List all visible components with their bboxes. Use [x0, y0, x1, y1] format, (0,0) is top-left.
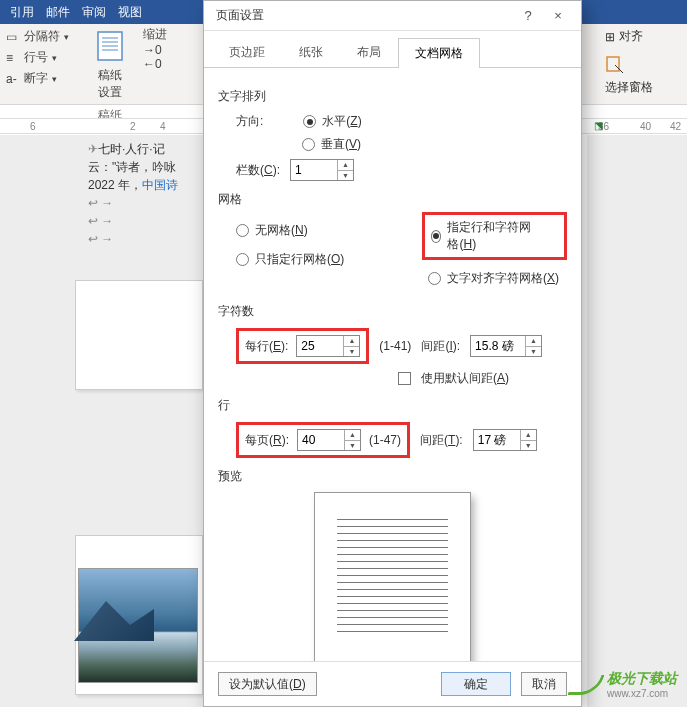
tab-layout[interactable]: 布局 — [340, 37, 398, 67]
per-page-input[interactable] — [298, 430, 344, 450]
radio-align-chars[interactable]: 文字对齐字符网格(X) — [428, 270, 559, 287]
char-pitch-spinner[interactable]: ▲▼ — [470, 335, 542, 357]
page-corner — [75, 280, 203, 390]
tab-mailings[interactable]: 邮件 — [46, 4, 70, 21]
tab-document-grid[interactable]: 文档网格 — [398, 38, 480, 68]
radio-icon — [302, 138, 315, 151]
hyphenation-button[interactable]: a-断字▾ — [6, 68, 76, 89]
ribbon-indent-group: 缩进 →0 ←0 — [143, 26, 193, 71]
ok-button[interactable]: 确定 — [441, 672, 511, 696]
columns-spinner[interactable]: ▲▼ — [290, 159, 354, 181]
dialog-footer: 设为默认值(D) 确定 取消 — [204, 661, 581, 706]
manuscript-label-2[interactable]: 设置 — [80, 84, 140, 101]
tab-margins[interactable]: 页边距 — [212, 37, 282, 67]
select-pane-button[interactable]: 选择窗格 — [605, 79, 685, 96]
direction-label: 方向: — [236, 113, 263, 130]
radio-no-grid[interactable]: 无网格(N) — [236, 222, 308, 239]
breaks-button[interactable]: ▭分隔符▾ — [6, 26, 76, 47]
char-pitch-label: 间距(I): — [421, 338, 460, 355]
manuscript-label-1[interactable]: 稿纸 — [80, 67, 140, 84]
preview-thumbnail — [315, 493, 470, 661]
page-setup-dialog: 页面设置 ? × 页边距 纸张 布局 文档网格 文字排列 方向: 水平(Z) 垂… — [203, 0, 582, 707]
doc-link[interactable]: 中国诗 — [142, 178, 178, 192]
radio-lines-and-chars[interactable]: 指定行和字符网格(H) — [431, 219, 534, 253]
ribbon-arrange-group: ⊞对齐 选择窗格 — [605, 26, 685, 96]
per-line-spinner[interactable]: ▲▼ — [296, 335, 360, 357]
manuscript-icon[interactable] — [92, 28, 128, 64]
cancel-button[interactable]: 取消 — [521, 672, 567, 696]
columns-input[interactable] — [291, 160, 337, 180]
select-pane-icon[interactable] — [605, 55, 625, 75]
ribbon-page-group: ▭分隔符▾ ≡行号▾ a-断字▾ — [6, 26, 76, 89]
section-lines: 行 — [218, 397, 567, 414]
spin-up-icon[interactable]: ▲ — [345, 430, 360, 441]
doc-line-2: 云："诗者，吟咏 — [88, 158, 208, 176]
hyphen-icon: a- — [6, 72, 20, 86]
align-icon: ⊞ — [605, 30, 615, 44]
tab-view[interactable]: 视图 — [118, 4, 142, 21]
section-chars: 字符数 — [218, 303, 567, 320]
align-button[interactable]: ⊞对齐 — [605, 26, 685, 47]
dialog-body: 文字排列 方向: 水平(Z) 垂直(V) 栏数(C): ▲▼ 网格 无网格(N)… — [204, 68, 581, 661]
breaks-icon: ▭ — [6, 30, 20, 44]
spin-down-icon[interactable]: ▼ — [345, 441, 360, 451]
dialog-title: 页面设置 — [216, 7, 513, 24]
help-button[interactable]: ? — [513, 8, 543, 23]
section-grid: 网格 — [218, 191, 567, 208]
line-pitch-input[interactable] — [474, 430, 520, 450]
line-pitch-spinner[interactable]: ▲▼ — [473, 429, 537, 451]
doc-line-1: 七时·人行·记 — [98, 142, 165, 156]
section-preview: 预览 — [218, 468, 567, 485]
fly-icon: ✈ — [88, 142, 98, 156]
para-mark-1: ↩ → — [88, 194, 208, 212]
radio-lines-only[interactable]: 只指定行网格(O) — [236, 251, 344, 268]
indent-label: 缩进 — [143, 26, 193, 43]
dialog-tabs: 页边距 纸张 布局 文档网格 — [204, 31, 581, 68]
spin-down-icon[interactable]: ▼ — [521, 441, 536, 451]
para-mark-2: ↩ → — [88, 212, 208, 230]
line-numbers-button[interactable]: ≡行号▾ — [6, 47, 76, 68]
tab-review[interactable]: 审阅 — [82, 4, 106, 21]
radio-icon — [428, 272, 441, 285]
document-image[interactable] — [78, 568, 198, 683]
doc-line-3a: 2022 年， — [88, 178, 142, 192]
default-pitch-label: 使用默认间距(A) — [421, 370, 509, 387]
radio-vertical[interactable]: 垂直(V) — [302, 136, 361, 153]
document-text[interactable]: ✈七时·人行·记 云："诗者，吟咏 2022 年，中国诗 ↩ → ↩ → ↩ → — [88, 140, 208, 248]
tab-paper[interactable]: 纸张 — [282, 37, 340, 67]
linenum-icon: ≡ — [6, 51, 20, 65]
per-line-input[interactable] — [297, 336, 343, 356]
radio-icon — [303, 115, 316, 128]
para-mark-3: ↩ → — [88, 230, 208, 248]
tab-references[interactable]: 引用 — [10, 4, 34, 21]
spin-up-icon[interactable]: ▲ — [344, 336, 359, 347]
per-page-spinner[interactable]: ▲▼ — [297, 429, 361, 451]
default-pitch-checkbox[interactable] — [398, 372, 411, 385]
spin-up-icon[interactable]: ▲ — [338, 160, 353, 171]
indent-left-icon: → — [143, 43, 155, 57]
line-pitch-label: 间距(T): — [420, 432, 463, 449]
spin-up-icon[interactable]: ▲ — [521, 430, 536, 441]
dialog-titlebar[interactable]: 页面设置 ? × — [204, 1, 581, 31]
indent-right-icon: ← — [143, 57, 155, 71]
close-button[interactable]: × — [543, 8, 573, 23]
indent-left[interactable]: →0 — [143, 43, 193, 57]
document-canvas-right — [587, 135, 687, 707]
spin-down-icon[interactable]: ▼ — [526, 347, 541, 357]
spin-down-icon[interactable]: ▼ — [338, 171, 353, 181]
indent-right[interactable]: ←0 — [143, 57, 193, 71]
set-default-button[interactable]: 设为默认值(D) — [218, 672, 317, 696]
radio-horizontal[interactable]: 水平(Z) — [303, 113, 361, 130]
spin-up-icon[interactable]: ▲ — [526, 336, 541, 347]
tab-marker-icon: ⬔ — [594, 120, 603, 131]
per-line-label: 每行(E): — [245, 338, 288, 355]
section-text-direction: 文字排列 — [218, 88, 567, 105]
per-page-range: (1-47) — [369, 433, 401, 447]
radio-icon — [236, 224, 249, 237]
radio-icon — [236, 253, 249, 266]
radio-icon — [431, 230, 441, 243]
char-pitch-input[interactable] — [471, 336, 525, 356]
svg-rect-5 — [607, 57, 619, 71]
spin-down-icon[interactable]: ▼ — [344, 347, 359, 357]
ribbon-manuscript-group: 稿纸 设置 稿纸 — [80, 26, 140, 124]
